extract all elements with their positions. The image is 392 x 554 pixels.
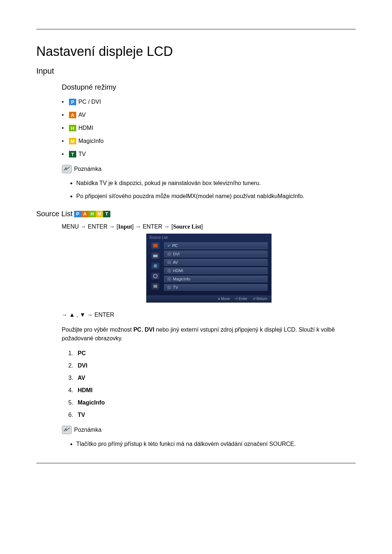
mode-icon-a: A [69,112,76,118]
osd-item-label: HDMI [173,268,183,273]
osd-side-icon [151,273,159,279]
bottom-rule [36,463,356,463]
note-label: Poznámka [74,427,102,433]
osd-side-icon [151,283,159,290]
svg-point-4 [154,274,157,278]
list-label: MagicInfo [78,399,105,406]
osd-item-label: TV [173,285,178,290]
mode-icon-strip: P A H M T [74,211,110,217]
bullet: • [62,125,69,131]
box-icon [167,260,171,264]
note-icon [62,426,72,434]
mode-item: • H HDMI [62,125,356,131]
list-item: MagicInfo [75,399,356,406]
note-label: Poznámka [74,166,102,172]
nav-hint: → ▲ , ▼ → ENTER [62,312,356,318]
bullet: • [62,99,69,105]
osd-item: AV [164,259,268,266]
desc-bold-pc: PC [133,327,141,333]
osd-item-label: DVI [173,252,180,256]
menu-path-input: Input [118,223,132,230]
list-label: PC [78,350,86,356]
mode-icon-t: T [103,211,110,217]
osd-item: MagicInfo [164,276,268,282]
note-row: Poznámka [62,426,356,434]
list-item: PC [75,350,356,357]
check-icon: ✔ [167,244,170,248]
list-item: AV [75,375,356,381]
osd-footer-return: ↺ Return [253,297,268,301]
menu-path: MENU → ENTER → [Input] → ENTER → [Source… [62,223,356,230]
mode-label: MagicInfo [78,138,103,144]
mode-item: • A AV [62,112,356,118]
svg-point-3 [154,264,157,268]
bullet: • [62,112,69,118]
mode-icon-t: T [69,151,76,157]
mode-item: • T TV [62,151,356,157]
osd-side-icon [151,253,159,259]
note-row: Poznámka [62,165,356,173]
box-icon [167,277,171,281]
osd-item: HDMI [164,267,268,274]
note-item: Nabídka TV je k dispozici, pokud je nain… [76,179,356,188]
mode-icon-m: M [96,211,103,217]
desc-bold-dvi: DVI [145,327,155,333]
mode-label: PC / DVI [78,99,101,105]
osd-list: ✔PC DVI AV HDMI MagicInfo TV [164,241,271,295]
list-item: TV [75,412,356,418]
description: Použijte pro výběr možnost PC, DVI nebo … [62,325,356,343]
note-item: Po připojení síťového pouzdra může model… [76,192,356,201]
mode-label: TV [78,151,86,157]
source-list-heading: Source List P A H M T [36,210,356,218]
mode-label: HDMI [78,125,93,131]
mode-icon-a: A [81,211,89,217]
notes-list-1: Nabídka TV je k dispozici, pokud je nain… [62,179,356,201]
mode-item: • M MagicInfo [62,138,356,144]
osd-footer-move: ♦ Move [218,297,230,301]
osd-footer: ♦ Move ⏎ Enter ↺ Return [147,295,271,302]
list-label: TV [78,412,85,418]
osd-side-icon [151,263,159,269]
osd-footer-enter: ⏎ Enter [235,297,248,301]
osd-item: DVI [164,251,268,257]
mode-icon-p: P [74,211,81,217]
osd-item-label: MagicInfo [173,277,191,281]
box-icon [167,252,171,256]
menu-path-source: Source List [173,223,201,230]
mode-icon-p: P [69,99,76,105]
osd-side-icon [151,242,159,249]
subsection-modes: Dostupné režimy [62,83,356,91]
box-icon [167,286,171,289]
osd-item-label: PC [172,243,178,248]
mode-icon-h: H [89,211,96,217]
desc-text: Použijte pro výběr možnost [62,327,133,333]
svg-rect-1 [153,244,158,247]
menu-path-text: MENU → ENTER → [ [62,223,118,230]
list-item: DVI [75,362,356,369]
section-input: Input [36,66,356,76]
mode-label: AV [78,112,86,118]
modes-list: • P PC / DVI • A AV • H HDMI • M MagicIn… [62,99,356,157]
osd-item-label: AV [173,260,178,264]
osd-screenshot: Source List ✔PC DVI AV HDMI Magic [62,234,356,303]
list-label: HDMI [78,387,93,393]
numbered-list: PC DVI AV HDMI MagicInfo TV [62,350,356,418]
menu-path-text: ] → ENTER → [ [132,223,173,230]
list-item: HDMI [75,387,356,394]
list-label: DVI [78,362,87,369]
menu-path-text: ] [201,223,203,230]
mode-item: • P PC / DVI [62,99,356,105]
box-icon [167,269,171,272]
source-list-title: Source List [36,210,73,218]
osd-header: Source List [147,234,271,241]
note-item: Tlačítko pro přímý přístup k této funkci… [76,440,356,448]
note-icon [62,165,72,173]
svg-rect-2 [153,255,158,257]
osd-item: ✔PC [164,242,268,249]
bullet: • [62,151,69,157]
page-title: Nastavení displeje LCD [36,44,356,59]
list-label: AV [78,375,85,381]
top-rule [36,29,356,29]
svg-rect-5 [154,285,157,288]
notes-list-2: Tlačítko pro přímý přístup k této funkci… [62,440,356,448]
